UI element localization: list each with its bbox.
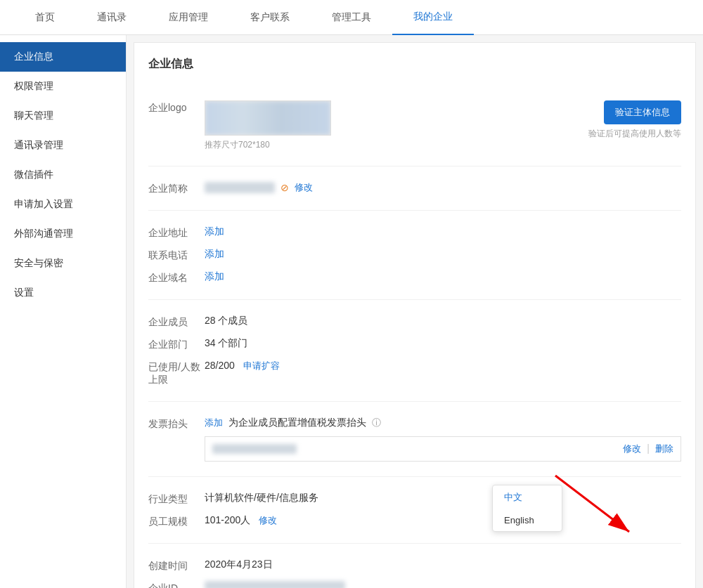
members-row: 企业成员 28 个成员: [148, 311, 681, 333]
invoice-value: 添加 为企业成员配置增值税发票抬头 ⓘ 修改 | 删除: [205, 417, 681, 462]
scale-modify-link[interactable]: 修改: [259, 515, 277, 525]
sidebar-item-external-comm[interactable]: 外部沟通管理: [0, 219, 126, 249]
members-label: 企业成员: [148, 315, 205, 329]
lang-option-english[interactable]: English: [493, 509, 562, 531]
invoice-modify-link[interactable]: 修改: [623, 443, 641, 455]
invoice-row: 发票抬头 添加 为企业成员配置增值税发票抬头 ⓘ 修改 | 删除: [148, 412, 681, 466]
address-value[interactable]: 添加: [205, 226, 681, 238]
created-row: 创建时间 2020年4月23日: [148, 554, 681, 577]
expand-link[interactable]: 申请扩容: [243, 360, 280, 371]
dept-label: 企业部门: [148, 337, 205, 351]
industry-row: 行业类型 计算机软件/硬件/信息服务: [148, 488, 681, 510]
logo-section: 企业logo 推荐尺寸702*180 验证主体信息 验证后可提高使用人数等: [148, 86, 681, 166]
created-value: 2020年4月23日: [205, 558, 681, 571]
logo-hint: 推荐尺寸702*180: [205, 139, 588, 151]
invoice-add-link[interactable]: 添加: [205, 417, 223, 429]
top-nav-item-tools[interactable]: 管理工具: [311, 0, 392, 35]
sidebar-item-join-settings[interactable]: 申请加入设置: [0, 190, 126, 219]
sidebar-item-settings[interactable]: 设置: [0, 278, 126, 308]
domain-value[interactable]: 添加: [205, 270, 681, 283]
invoice-info-icon: ⓘ: [372, 417, 381, 429]
top-nav-item-customer[interactable]: 客户联系: [229, 0, 311, 35]
invoice-name-blur: [212, 444, 297, 454]
logo-value: 推荐尺寸702*180: [205, 100, 588, 151]
phone-row: 联系电话 添加: [148, 244, 681, 266]
scale-value: 101-200人 修改: [205, 514, 681, 527]
usage-label: 已使用/人数上限: [148, 360, 205, 386]
top-nav-item-mycompany[interactable]: 我的企业: [392, 0, 474, 35]
warning-icon: ⊘: [280, 182, 289, 193]
company-name-label: 企业简称: [148, 181, 205, 195]
invoice-delete-link[interactable]: 删除: [655, 443, 673, 455]
company-name-modify-link[interactable]: 修改: [295, 181, 313, 194]
domain-row: 企业域名 添加: [148, 266, 681, 289]
domain-label: 企业域名: [148, 270, 205, 285]
invoice-actions: 修改 | 删除: [205, 436, 681, 462]
invoice-hint: 为企业成员配置增值税发票抬头: [228, 417, 366, 429]
created-label: 创建时间: [148, 558, 205, 573]
sidebar-item-wechat-plugin[interactable]: 微信插件: [0, 160, 126, 190]
invoice-section: 发票抬头 添加 为企业成员配置增值税发票抬头 ⓘ 修改 | 删除: [148, 402, 681, 477]
sidebar-item-security[interactable]: 安全与保密: [0, 249, 126, 278]
scale-row: 员工规模 101-200人 修改: [148, 510, 681, 533]
industry-section: 行业类型 计算机软件/硬件/信息服务 员工规模 101-200人 修改: [148, 477, 681, 544]
members-value: 28 个成员: [205, 315, 681, 327]
address-label: 企业地址: [148, 226, 205, 240]
usage-row: 已使用/人数上限 28/200 申请扩容: [148, 355, 681, 391]
verify-button[interactable]: 验证主体信息: [604, 100, 681, 124]
invoice-header: 添加 为企业成员配置增值税发票抬头 ⓘ: [205, 417, 681, 429]
top-navigation: 首页 通讯录 应用管理 客户联系 管理工具 我的企业: [0, 0, 703, 35]
sidebar-item-company-info[interactable]: 企业信息: [0, 42, 126, 72]
lang-dropdown: 中文 English: [492, 485, 562, 532]
top-nav-item-contacts[interactable]: 通讯录: [76, 0, 148, 35]
id-blur: [205, 581, 345, 588]
id-row: 企业ID: [148, 577, 681, 588]
dept-value: 34 个部门: [205, 337, 681, 350]
industry-label: 行业类型: [148, 492, 205, 506]
top-nav-item-apps[interactable]: 应用管理: [148, 0, 229, 35]
logo-row: 企业logo 推荐尺寸702*180 验证主体信息 验证后可提高使用人数等: [148, 96, 681, 155]
phone-label: 联系电话: [148, 248, 205, 262]
logo-image[interactable]: [205, 100, 331, 136]
lang-option-chinese[interactable]: 中文: [493, 485, 562, 509]
invoice-action-links: 修改 | 删除: [623, 443, 673, 455]
industry-value: 计算机软件/硬件/信息服务: [205, 492, 681, 504]
top-nav-item-home[interactable]: 首页: [14, 0, 76, 35]
company-name-row: 企业简称 ⊘ 修改: [148, 177, 681, 200]
address-section: 企业地址 添加 联系电话 添加 企业域名 添加: [148, 211, 681, 300]
phone-value[interactable]: 添加: [205, 248, 681, 261]
created-section: 创建时间 2020年4月23日 企业ID: [148, 544, 681, 588]
content-area: 企业信息 企业logo 推荐尺寸702*180 验证主体信息 验证后可提高使用人…: [134, 42, 696, 588]
company-name-value: ⊘ 修改: [205, 181, 681, 194]
page-title: 企业信息: [148, 57, 681, 72]
company-name-blur: [205, 182, 275, 193]
main-container: 企业信息 权限管理 聊天管理 通讯录管理 微信插件 申请加入设置 外部沟通管理 …: [0, 35, 703, 588]
members-section: 企业成员 28 个成员 企业部门 34 个部门 已使用/人数上限 28/200 …: [148, 300, 681, 402]
id-value: [205, 581, 681, 588]
scale-number: 101-200人: [205, 514, 250, 525]
usage-number: 28/200: [205, 360, 235, 371]
scale-label: 员工规模: [148, 514, 205, 528]
invoice-label: 发票抬头: [148, 417, 205, 431]
sidebar-item-contacts-mgmt[interactable]: 通讯录管理: [0, 131, 126, 160]
company-name-section: 企业简称 ⊘ 修改: [148, 166, 681, 211]
dept-row: 企业部门 34 个部门: [148, 333, 681, 355]
address-row: 企业地址 添加: [148, 221, 681, 244]
id-label: 企业ID: [148, 581, 205, 588]
sidebar-item-chat[interactable]: 聊天管理: [0, 101, 126, 131]
verify-hint: 验证后可提高使用人数等: [588, 128, 681, 140]
logo-label: 企业logo: [148, 100, 205, 115]
sidebar: 企业信息 权限管理 聊天管理 通讯录管理 微信插件 申请加入设置 外部沟通管理 …: [0, 35, 127, 588]
sidebar-item-permissions[interactable]: 权限管理: [0, 72, 126, 101]
usage-value: 28/200 申请扩容: [205, 360, 681, 372]
